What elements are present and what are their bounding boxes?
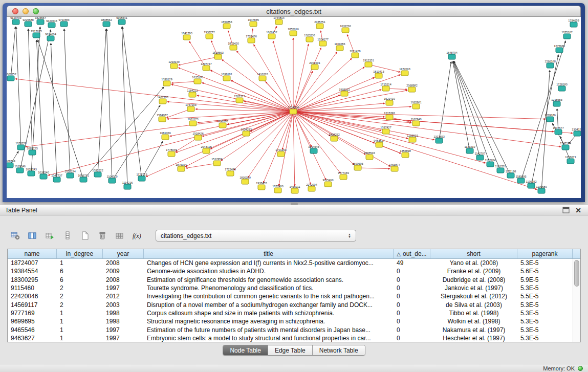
table-cell[interactable]: 5.3E-5 [517, 259, 573, 267]
graph-node[interactable]: 1647835 [248, 18, 258, 27]
table-cell[interactable]: 0 [394, 285, 430, 292]
graph-node[interactable]: 1247174 [560, 142, 571, 150]
graph-node[interactable]: 1304156 [572, 128, 581, 137]
zoom-window-button[interactable] [33, 8, 39, 14]
graph-node[interactable]: 1487108 [157, 96, 168, 104]
graph-node[interactable]: 1215396 [384, 112, 395, 120]
graph-node[interactable]: 2068982 [406, 84, 417, 93]
function-builder-icon[interactable]: f(x) [130, 229, 144, 242]
network-canvas[interactable]: 1724004185501616061521728456187942015186… [7, 17, 581, 198]
graph-node[interactable]: 1190192 [526, 180, 536, 189]
table-cell[interactable]: 9777169 [8, 310, 57, 317]
column-header-indegree[interactable]: in_degree [57, 249, 103, 258]
graph-node[interactable]: 9517625 [31, 30, 41, 38]
table-cell[interactable]: Disruption of a novel member of a sodium… [144, 301, 394, 309]
graph-node[interactable]: 1728456 [246, 35, 256, 43]
graph-node[interactable]: 1604293 [241, 128, 251, 137]
table-cell[interactable]: 6 [57, 276, 103, 283]
graph-node[interactable]: 1313653 [433, 135, 444, 144]
graph-node[interactable]: 1099181 [221, 73, 232, 81]
graph-node[interactable]: 1109286 [334, 42, 345, 51]
table-cell[interactable]: 1 [57, 326, 103, 334]
table-cell[interactable]: 5.6E-5 [517, 268, 573, 275]
graph-node[interactable]: 1095222 [92, 169, 103, 178]
table-cell[interactable]: 2008 [103, 259, 144, 267]
graph-node[interactable]: 1032730 [340, 25, 351, 33]
table-cell[interactable]: Tibbo et al. (1998) [430, 310, 517, 317]
graph-node[interactable]: 1410326 [257, 73, 268, 81]
column-header-title[interactable]: title [144, 249, 394, 258]
graph-node[interactable]: 1180695 [515, 175, 526, 184]
graph-node[interactable]: 1047737 [51, 174, 62, 183]
graph-node[interactable]: 9226688 [23, 18, 33, 27]
show-columns-icon[interactable] [26, 229, 39, 242]
table-cell[interactable]: 19384554 [8, 268, 57, 275]
graph-node[interactable]: 9905541 [116, 17, 127, 25]
graph-node[interactable]: 1648794 [446, 51, 457, 60]
table-cell[interactable]: Investigating the contribution of common… [144, 293, 394, 300]
graph-node[interactable]: 1294659 [568, 19, 579, 28]
graph-node[interactable]: 1518663 [212, 51, 223, 60]
table-cell[interactable]: Dudbridge et al. (2008) [430, 276, 517, 283]
graph-node[interactable]: 1938772 [204, 31, 214, 39]
graph-node[interactable]: 1293149 [168, 60, 179, 69]
table-cell[interactable]: 2 [57, 285, 103, 292]
graph-node[interactable]: 1855016 [288, 28, 298, 36]
graph-node[interactable]: 2043118 [201, 145, 211, 154]
table-cell[interactable]: 14569117 [8, 301, 57, 309]
table-cell[interactable]: 5.3E-5 [517, 318, 573, 325]
table-cell[interactable]: 1 [57, 335, 103, 342]
table-cell[interactable]: Corpus callosum shape and size in male p… [144, 310, 394, 317]
table-cell[interactable]: 49 [394, 259, 430, 267]
table-cell[interactable]: Genome-wide association studies in ADHD. [144, 268, 394, 275]
table-cell[interactable]: 5.3E-5 [517, 335, 573, 342]
table-cell[interactable]: 5.5E-5 [517, 293, 573, 300]
scrollbar-thumb[interactable] [574, 260, 579, 287]
table-cell[interactable]: Wolkin et al. (1998) [430, 318, 517, 325]
graph-node[interactable]: 1218683 [551, 98, 562, 107]
graph-node[interactable]: 1681066 [160, 132, 170, 140]
graph-node[interactable]: 1757203 [185, 103, 196, 112]
graph-node[interactable]: 1621410 [384, 97, 395, 106]
graph-node[interactable]: 1912351 [363, 59, 374, 68]
table-cell[interactable]: 2 [57, 293, 103, 300]
graph-node[interactable]: 1972003 [399, 68, 410, 76]
table-cell[interactable]: 2009 [103, 268, 144, 275]
table-cell[interactable]: 0 [394, 293, 430, 300]
table-cell[interactable]: 1998 [103, 310, 144, 317]
column-header-pagerank[interactable]: pagerank [517, 249, 573, 258]
table-cell[interactable]: Yano et al. (2008) [430, 259, 517, 267]
table-cell[interactable]: Franke et al. (2009) [430, 268, 517, 275]
table-row[interactable]: 1456911722003Disruption of a novel membe… [8, 300, 573, 309]
graph-node[interactable]: 9465546 [364, 151, 375, 160]
column-header-year[interactable]: year [103, 249, 144, 258]
tab-node-table[interactable]: Node Table [223, 345, 268, 355]
graph-node[interactable]: 1512956 [211, 158, 222, 166]
graph-node[interactable]: 1184222 [187, 89, 198, 98]
table-cell[interactable]: Embryonic stem cells: a model to study s… [144, 335, 394, 342]
minimize-window-button[interactable] [23, 8, 29, 14]
table-row[interactable]: 969969511998Structural magnetic resonanc… [8, 317, 573, 325]
table-cell[interactable]: 5.9E-5 [517, 276, 573, 283]
graph-node[interactable]: 9699695 [352, 162, 363, 171]
graph-node[interactable]: 9115460 [322, 179, 333, 187]
graph-node[interactable]: 1142707 [474, 152, 485, 161]
graph-node[interactable]: 1606152 [266, 31, 277, 39]
graph-node[interactable]: 1390129 [161, 78, 172, 86]
graph-node[interactable]: 1905232 [339, 88, 350, 97]
graph-node[interactable]: 1019246 [14, 165, 25, 173]
graph-node[interactable]: 1161701 [495, 165, 506, 173]
graph-node[interactable]: 1256671 [565, 156, 576, 164]
table-settings-icon[interactable] [8, 229, 22, 242]
graph-node[interactable]: 1584087 [157, 114, 167, 122]
graph-node[interactable]: 9808562 [101, 18, 112, 27]
graph-node[interactable]: 1207747 [201, 62, 211, 71]
table-cell[interactable]: 1 [57, 259, 103, 267]
table-cell[interactable]: 1997 [103, 326, 144, 334]
graph-node[interactable]: 1918426 [192, 132, 203, 141]
graph-node[interactable]: 1938455 [256, 182, 267, 190]
graph-node[interactable]: 1066731 [78, 174, 89, 183]
table-cell[interactable]: Nakamura et al. (1997) [430, 326, 517, 334]
graph-node[interactable]: 1841793 [181, 32, 192, 40]
graph-node[interactable]: 1259919 [407, 134, 418, 143]
